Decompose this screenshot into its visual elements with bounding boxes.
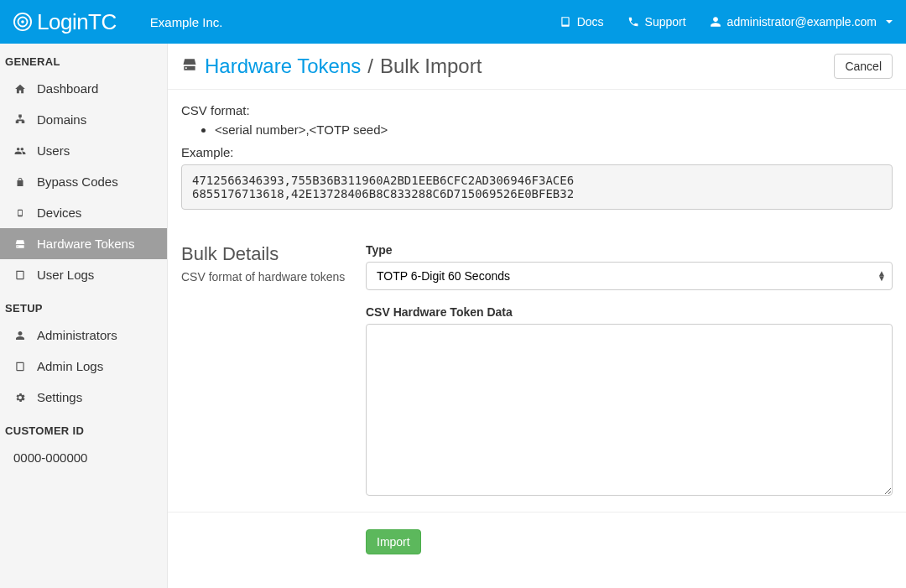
csv-format-item: <serial number>,<TOTP seed> <box>215 122 893 137</box>
sidebar-item-hardware-tokens[interactable]: Hardware Tokens <box>0 228 167 259</box>
sidebar-item-label: Bypass Codes <box>37 174 118 189</box>
nav-user-label: administrator@example.com <box>727 15 877 29</box>
book-icon <box>13 269 27 281</box>
nav-support-label: Support <box>645 15 686 29</box>
nav-user-menu[interactable]: administrator@example.com <box>710 15 893 29</box>
sidebar-item-label: Domains <box>37 112 86 127</box>
company-name[interactable]: Example Inc. <box>150 15 223 29</box>
book-icon <box>13 361 27 372</box>
breadcrumb-sep: / <box>367 55 373 78</box>
breadcrumb-current: Bulk Import <box>380 55 482 78</box>
sidebar-item-administrators[interactable]: Administrators <box>0 320 167 351</box>
sidebar-item-user-logs[interactable]: User Logs <box>0 259 167 290</box>
example-label: Example: <box>181 145 893 159</box>
sidebar: GENERAL Dashboard Domains Users Bypass C… <box>0 44 168 588</box>
csv-format-label: CSV format: <box>181 103 893 117</box>
nav-docs-label: Docs <box>577 15 604 29</box>
book-icon <box>560 16 571 28</box>
example-box: 4712566346393,755B36B311960A2BD1EEB6CFC2… <box>181 164 893 210</box>
sidebar-item-bypass-codes[interactable]: Bypass Codes <box>0 166 167 197</box>
phone-icon <box>627 16 639 28</box>
nav-docs[interactable]: Docs <box>560 15 604 29</box>
svg-point-2 <box>21 20 24 23</box>
sidebar-item-label: Admin Logs <box>37 359 103 373</box>
sidebar-item-label: Administrators <box>37 328 117 342</box>
section-general-title: GENERAL <box>0 44 167 73</box>
breadcrumb-link[interactable]: Hardware Tokens <box>205 55 361 78</box>
home-icon <box>13 83 27 95</box>
sidebar-item-users[interactable]: Users <box>0 135 167 166</box>
bulk-details-heading: Bulk Details <box>181 243 366 265</box>
logo[interactable]: LoginTC <box>13 9 117 35</box>
sidebar-item-domains[interactable]: Domains <box>0 104 167 135</box>
sidebar-item-label: Hardware Tokens <box>37 237 134 251</box>
import-button[interactable]: Import <box>366 529 421 554</box>
section-setup-title: SETUP <box>0 290 167 320</box>
gear-icon <box>13 392 27 403</box>
hdd-icon <box>181 55 198 78</box>
breadcrumb: Hardware Tokens / Bulk Import <box>181 55 482 78</box>
mobile-icon <box>13 207 27 219</box>
type-label: Type <box>366 243 893 257</box>
nav-support[interactable]: Support <box>627 15 686 29</box>
sidebar-item-devices[interactable]: Devices <box>0 197 167 228</box>
sidebar-item-label: Users <box>37 143 70 158</box>
user-icon <box>710 16 721 28</box>
brand-name: LoginTC <box>37 9 117 35</box>
hdd-icon <box>13 238 27 250</box>
sidebar-item-settings[interactable]: Settings <box>0 382 167 413</box>
csv-data-textarea[interactable] <box>366 324 893 496</box>
csv-data-label: CSV Hardware Token Data <box>366 305 893 319</box>
logo-icon <box>13 13 32 31</box>
chevron-down-icon <box>886 20 893 23</box>
sidebar-item-label: Settings <box>37 390 82 404</box>
sidebar-item-label: User Logs <box>37 268 94 282</box>
users-icon <box>13 145 27 157</box>
sidebar-item-dashboard[interactable]: Dashboard <box>0 73 167 104</box>
customer-id-value: 0000-000000 <box>0 442 167 473</box>
sidebar-item-label: Devices <box>37 206 81 220</box>
sidebar-item-label: Dashboard <box>37 81 98 96</box>
sidebar-item-admin-logs[interactable]: Admin Logs <box>0 351 167 382</box>
type-select[interactable]: TOTP 6-Digit 60 Seconds <box>366 262 893 290</box>
bulk-details-subtext: CSV format of hardware tokens <box>181 270 366 284</box>
section-customer-title: CUSTOMER ID <box>0 413 167 442</box>
user-icon <box>13 330 27 341</box>
cancel-button[interactable]: Cancel <box>834 54 893 79</box>
unlock-icon <box>13 176 27 188</box>
sitemap-icon <box>13 114 27 126</box>
